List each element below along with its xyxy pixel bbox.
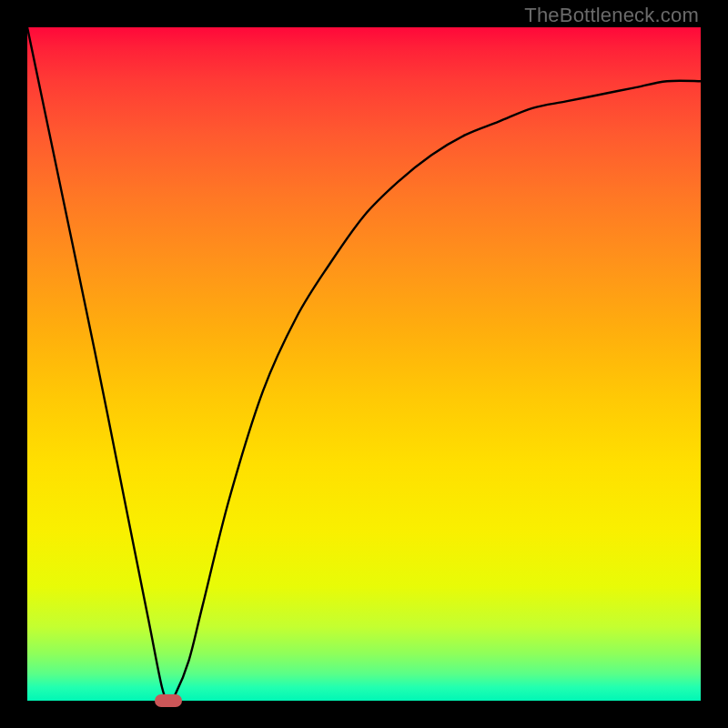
minimum-marker (155, 694, 182, 707)
watermark-text: TheBottleneck.com (524, 4, 699, 27)
plot-area (27, 27, 701, 701)
chart-frame: TheBottleneck.com (0, 0, 728, 728)
bottleneck-curve (27, 27, 701, 701)
